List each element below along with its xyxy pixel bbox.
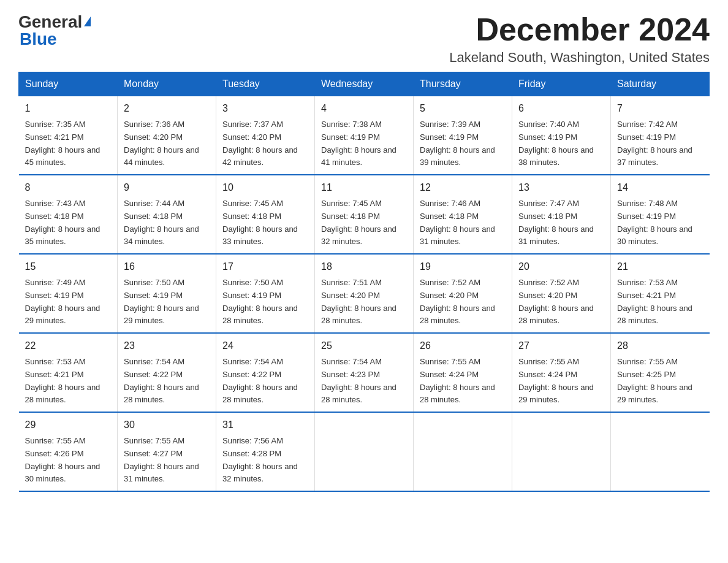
day-number: 27 <box>518 339 604 354</box>
header-day-thursday: Thursday <box>414 72 512 96</box>
calendar-cell: 23Sunrise: 7:54 AMSunset: 4:22 PMDayligh… <box>118 333 216 412</box>
calendar-cell: 2Sunrise: 7:36 AMSunset: 4:20 PMDaylight… <box>118 96 216 175</box>
day-info: Sunrise: 7:53 AMSunset: 4:21 PMDaylight:… <box>617 277 703 327</box>
day-info: Sunrise: 7:52 AMSunset: 4:20 PMDaylight:… <box>420 277 506 327</box>
day-number: 22 <box>25 339 112 354</box>
day-info: Sunrise: 7:55 AMSunset: 4:25 PMDaylight:… <box>617 356 703 407</box>
day-info: Sunrise: 7:46 AMSunset: 4:18 PMDaylight:… <box>420 197 506 248</box>
calendar-cell: 31Sunrise: 7:56 AMSunset: 4:28 PMDayligh… <box>216 412 315 491</box>
day-info: Sunrise: 7:36 AMSunset: 4:20 PMDaylight:… <box>124 118 210 169</box>
day-info: Sunrise: 7:54 AMSunset: 4:22 PMDaylight:… <box>124 356 210 407</box>
calendar-cell: 6Sunrise: 7:40 AMSunset: 4:19 PMDaylight… <box>512 96 611 175</box>
day-number: 8 <box>25 180 112 196</box>
day-number: 2 <box>124 101 210 117</box>
calendar-cell: 24Sunrise: 7:54 AMSunset: 4:22 PMDayligh… <box>216 333 315 412</box>
calendar-cell: 19Sunrise: 7:52 AMSunset: 4:20 PMDayligh… <box>414 254 512 333</box>
calendar-cell: 10Sunrise: 7:45 AMSunset: 4:18 PMDayligh… <box>216 175 315 254</box>
day-info: Sunrise: 7:50 AMSunset: 4:19 PMDaylight:… <box>124 277 210 327</box>
calendar-cell: 25Sunrise: 7:54 AMSunset: 4:23 PMDayligh… <box>315 333 414 412</box>
calendar-cell <box>315 412 414 491</box>
calendar-cell: 3Sunrise: 7:37 AMSunset: 4:20 PMDaylight… <box>216 96 315 175</box>
day-number: 24 <box>222 339 308 354</box>
calendar-table: SundayMondayTuesdayWednesdayThursdayFrid… <box>18 72 710 492</box>
day-number: 15 <box>25 259 112 275</box>
calendar-cell: 27Sunrise: 7:55 AMSunset: 4:24 PMDayligh… <box>512 333 611 412</box>
day-info: Sunrise: 7:55 AMSunset: 4:27 PMDaylight:… <box>124 435 210 486</box>
day-info: Sunrise: 7:55 AMSunset: 4:24 PMDaylight:… <box>420 356 506 407</box>
day-info: Sunrise: 7:52 AMSunset: 4:20 PMDaylight:… <box>518 277 604 327</box>
day-number: 18 <box>321 259 407 275</box>
calendar-cell: 16Sunrise: 7:50 AMSunset: 4:19 PMDayligh… <box>118 254 216 333</box>
calendar-cell: 15Sunrise: 7:49 AMSunset: 4:19 PMDayligh… <box>19 254 118 333</box>
month-year-title: December 2024 <box>449 12 710 47</box>
day-number: 7 <box>617 101 703 117</box>
day-info: Sunrise: 7:53 AMSunset: 4:21 PMDaylight:… <box>25 356 112 407</box>
day-info: Sunrise: 7:45 AMSunset: 4:18 PMDaylight:… <box>222 197 308 248</box>
day-info: Sunrise: 7:40 AMSunset: 4:19 PMDaylight:… <box>518 118 604 169</box>
header-day-wednesday: Wednesday <box>315 72 414 96</box>
day-info: Sunrise: 7:45 AMSunset: 4:18 PMDaylight:… <box>321 197 407 248</box>
day-info: Sunrise: 7:54 AMSunset: 4:23 PMDaylight:… <box>321 356 407 407</box>
day-number: 28 <box>617 339 703 354</box>
day-info: Sunrise: 7:43 AMSunset: 4:18 PMDaylight:… <box>25 197 112 248</box>
calendar-cell: 11Sunrise: 7:45 AMSunset: 4:18 PMDayligh… <box>315 175 414 254</box>
day-info: Sunrise: 7:55 AMSunset: 4:24 PMDaylight:… <box>518 356 604 407</box>
day-number: 23 <box>124 339 210 354</box>
calendar-cell <box>512 412 611 491</box>
calendar-cell: 28Sunrise: 7:55 AMSunset: 4:25 PMDayligh… <box>611 333 710 412</box>
calendar-cell: 1Sunrise: 7:35 AMSunset: 4:21 PMDaylight… <box>19 96 118 175</box>
day-number: 10 <box>222 180 308 196</box>
calendar-cell: 14Sunrise: 7:48 AMSunset: 4:19 PMDayligh… <box>611 175 710 254</box>
calendar-week-row: 22Sunrise: 7:53 AMSunset: 4:21 PMDayligh… <box>19 333 710 412</box>
calendar-cell: 29Sunrise: 7:55 AMSunset: 4:26 PMDayligh… <box>19 412 118 491</box>
day-number: 16 <box>124 259 210 275</box>
day-info: Sunrise: 7:44 AMSunset: 4:18 PMDaylight:… <box>124 197 210 248</box>
calendar-week-row: 29Sunrise: 7:55 AMSunset: 4:26 PMDayligh… <box>19 412 710 491</box>
calendar-header-row: SundayMondayTuesdayWednesdayThursdayFrid… <box>19 72 710 96</box>
day-number: 20 <box>518 259 604 275</box>
calendar-cell <box>611 412 710 491</box>
day-number: 26 <box>420 339 506 354</box>
day-info: Sunrise: 7:51 AMSunset: 4:20 PMDaylight:… <box>321 277 407 327</box>
calendar-cell: 18Sunrise: 7:51 AMSunset: 4:20 PMDayligh… <box>315 254 414 333</box>
calendar-cell: 26Sunrise: 7:55 AMSunset: 4:24 PMDayligh… <box>414 333 512 412</box>
calendar-cell <box>414 412 512 491</box>
day-number: 31 <box>222 418 308 433</box>
day-number: 30 <box>124 418 210 433</box>
calendar-week-row: 15Sunrise: 7:49 AMSunset: 4:19 PMDayligh… <box>19 254 710 333</box>
calendar-cell: 21Sunrise: 7:53 AMSunset: 4:21 PMDayligh… <box>611 254 710 333</box>
logo-triangle-icon <box>84 17 91 26</box>
day-number: 11 <box>321 180 407 196</box>
day-number: 17 <box>222 259 308 275</box>
day-number: 29 <box>25 418 112 433</box>
header-day-sunday: Sunday <box>19 72 118 96</box>
day-number: 1 <box>25 101 112 117</box>
page-header: General Blue December 2024 Lakeland Sout… <box>18 12 710 66</box>
day-number: 9 <box>124 180 210 196</box>
calendar-cell: 9Sunrise: 7:44 AMSunset: 4:18 PMDaylight… <box>118 175 216 254</box>
calendar-cell: 7Sunrise: 7:42 AMSunset: 4:19 PMDaylight… <box>611 96 710 175</box>
calendar-week-row: 1Sunrise: 7:35 AMSunset: 4:21 PMDaylight… <box>19 96 710 175</box>
day-number: 21 <box>617 259 703 275</box>
day-number: 6 <box>518 101 604 117</box>
day-number: 25 <box>321 339 407 354</box>
calendar-title-area: December 2024 Lakeland South, Washington… <box>449 12 710 66</box>
day-number: 19 <box>420 259 506 275</box>
day-info: Sunrise: 7:38 AMSunset: 4:19 PMDaylight:… <box>321 118 407 169</box>
calendar-week-row: 8Sunrise: 7:43 AMSunset: 4:18 PMDaylight… <box>19 175 710 254</box>
day-number: 5 <box>420 101 506 117</box>
logo-blue: Blue <box>20 29 57 48</box>
calendar-cell: 20Sunrise: 7:52 AMSunset: 4:20 PMDayligh… <box>512 254 611 333</box>
header-day-monday: Monday <box>118 72 216 96</box>
day-info: Sunrise: 7:50 AMSunset: 4:19 PMDaylight:… <box>222 277 308 327</box>
day-number: 14 <box>617 180 703 196</box>
day-info: Sunrise: 7:48 AMSunset: 4:19 PMDaylight:… <box>617 197 703 248</box>
day-info: Sunrise: 7:42 AMSunset: 4:19 PMDaylight:… <box>617 118 703 169</box>
day-info: Sunrise: 7:55 AMSunset: 4:26 PMDaylight:… <box>25 435 112 486</box>
logo: General Blue <box>18 12 91 49</box>
header-day-tuesday: Tuesday <box>216 72 315 96</box>
day-info: Sunrise: 7:56 AMSunset: 4:28 PMDaylight:… <box>222 435 308 486</box>
calendar-cell: 12Sunrise: 7:46 AMSunset: 4:18 PMDayligh… <box>414 175 512 254</box>
day-info: Sunrise: 7:49 AMSunset: 4:19 PMDaylight:… <box>25 277 112 327</box>
calendar-cell: 17Sunrise: 7:50 AMSunset: 4:19 PMDayligh… <box>216 254 315 333</box>
